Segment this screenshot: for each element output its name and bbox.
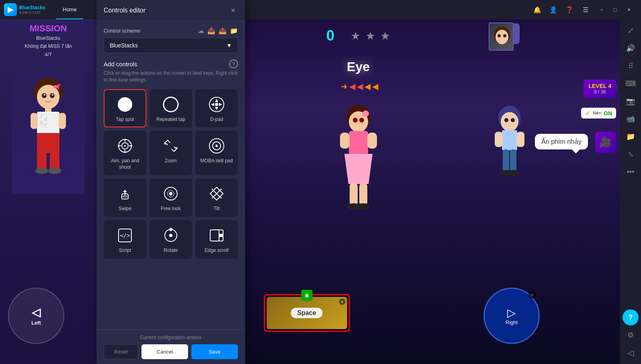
space-button-inner: ▣ × Space (266, 297, 347, 329)
scheme-label: Control scheme ☁ 📥 📤 📁 (104, 27, 238, 35)
dpad-label: D-pad (210, 117, 223, 123)
edge-scroll-label: Edge scroll (205, 247, 228, 254)
star-2: ★ (365, 29, 375, 43)
level-display: LEVEL 4 9 / 38 (584, 80, 616, 98)
control-rotate[interactable]: Rotate (149, 220, 192, 259)
scheme-icons: ☁ 📥 📤 📁 (198, 27, 238, 35)
save-button[interactable]: Save (191, 344, 238, 359)
star-3: ★ (380, 29, 390, 43)
space-button-container[interactable]: ▣ × Space (264, 294, 350, 332)
svg-point-46 (508, 170, 519, 176)
right-sidebar: ⤢ 🔊 ⠿ ⌨ 📷 📹 📁 ⤡ ••• ? ⚙ ◁ (620, 19, 641, 364)
control-moba[interactable]: MOBA skill pad (195, 131, 238, 175)
joystick-left[interactable]: ◁ Left (8, 288, 64, 344)
svg-point-57 (124, 145, 126, 147)
footer-buttons: Reset Cancel Save (104, 344, 238, 359)
space-indicator: ▣ (301, 290, 312, 301)
space-close-icon[interactable]: × (339, 299, 345, 305)
tab-home[interactable]: Home (56, 0, 83, 19)
svg-point-1 (37, 85, 59, 109)
notification-icon[interactable]: 🔔 (532, 4, 543, 15)
svg-point-3 (50, 93, 55, 98)
dialog-title: Controls editor (104, 7, 145, 14)
right-character (479, 100, 540, 222)
svg-rect-42 (516, 132, 524, 147)
control-repeated-tap[interactable]: Repeated tap (149, 89, 192, 128)
svg-point-74 (170, 228, 172, 231)
joystick-right-close[interactable]: × (528, 291, 537, 299)
edge-scroll-icon (208, 227, 225, 244)
reset-button[interactable]: Reset (104, 344, 138, 359)
level-label: LEVEL 4 (588, 83, 611, 89)
add-controls-header: Add controls ? (104, 59, 238, 68)
add-controls-desc: Click or drag the actions on the screen … (104, 70, 238, 84)
tilt-icon (208, 185, 225, 202)
svg-rect-41 (495, 132, 503, 147)
sidebar-folder-icon[interactable]: 📁 (623, 129, 639, 145)
minimize-button[interactable]: − (596, 4, 607, 15)
dialog-body: Control scheme ☁ 📥 📤 📁 BlueStacks ▼ Add … (96, 21, 245, 329)
sidebar-dots-grid-icon[interactable]: ⠿ (623, 58, 639, 74)
score-display: 0 (326, 27, 334, 44)
sidebar-volume-icon[interactable]: 🔊 (623, 40, 639, 56)
scheme-import-icon[interactable]: 📥 (207, 27, 215, 35)
script-label: Script (119, 247, 131, 254)
sidebar-help-button[interactable]: ? (623, 309, 639, 325)
scheme-dropdown[interactable]: BlueStacks ▼ (104, 38, 238, 53)
camera-badge[interactable]: 🎥 (595, 132, 616, 153)
svg-point-21 (496, 30, 508, 44)
control-dpad[interactable]: D-pad (195, 89, 238, 128)
bg-on-badge[interactable]: ✓ Nền ON (581, 108, 616, 119)
control-edge-scroll[interactable]: Edge scroll (195, 220, 238, 259)
svg-point-64 (215, 145, 218, 147)
dialog-header: Controls editor × (96, 0, 245, 21)
svg-point-73 (169, 234, 172, 237)
control-zoom[interactable]: Zoom (149, 131, 192, 175)
scheme-cloud-icon[interactable]: ☁ (198, 27, 204, 35)
svg-point-47 (118, 97, 132, 112)
aim-icon (116, 137, 134, 155)
svg-text:J: J (40, 114, 42, 119)
control-aim-pan-shoot[interactable]: Aim, pan and shoot (104, 131, 146, 175)
close-button[interactable]: × (623, 4, 635, 15)
control-tilt[interactable]: Tilt (195, 178, 238, 217)
add-controls-help-icon[interactable]: ? (229, 59, 238, 68)
svg-rect-43 (503, 149, 509, 172)
help-icon[interactable]: ❓ (564, 4, 575, 15)
speech-bubble: Ấn phím nhảy (535, 134, 588, 149)
bg-label: Nền (593, 110, 601, 116)
svg-point-5 (52, 94, 53, 96)
svg-point-2 (42, 93, 47, 98)
scheme-folder-icon[interactable]: 📁 (230, 27, 238, 35)
sidebar-more-icon[interactable]: ••• (623, 164, 639, 180)
dialog-close-button[interactable]: × (228, 6, 238, 15)
space-button-area: ▣ × Space (264, 294, 350, 332)
level-progress: 9 / 38 (588, 89, 611, 95)
add-controls-section: Add controls ? Click or drag the actions… (104, 59, 238, 259)
sidebar-keyboard-icon[interactable]: ⌨ (623, 76, 639, 92)
sidebar-back-icon[interactable]: ◁ (623, 345, 639, 361)
sidebar-expand-icon[interactable]: ⤢ (623, 22, 639, 39)
tap-spot-label: Tap spot (116, 117, 134, 123)
sidebar-camera-icon[interactable]: 📷 (623, 93, 639, 109)
character-display: J U S T (12, 57, 84, 194)
account-icon[interactable]: 👤 (548, 4, 559, 15)
sidebar-video-icon[interactable]: 📹 (623, 111, 639, 127)
cancel-button[interactable]: Cancel (141, 344, 188, 359)
joystick-right[interactable]: ▷ Right × (483, 288, 540, 344)
svg-rect-44 (510, 149, 516, 172)
control-swipe[interactable]: Swipe (104, 178, 146, 217)
control-free-look[interactable]: Free look (149, 178, 192, 217)
svg-rect-30 (340, 133, 350, 149)
check-icon: ✓ (585, 109, 590, 117)
maximize-button[interactable]: □ (610, 4, 621, 15)
menu-icon[interactable]: ☰ (580, 4, 591, 15)
control-script[interactable]: </> Script (104, 220, 146, 259)
control-tap-spot[interactable]: Tap spot (104, 89, 146, 128)
player-name: Eye (347, 59, 370, 74)
sidebar-shrink-icon[interactable]: ⤡ (623, 146, 639, 162)
scheme-export-icon[interactable]: 📤 (219, 27, 227, 35)
svg-text:T: T (44, 124, 47, 128)
sidebar-settings-icon[interactable]: ⚙ (623, 327, 639, 343)
controls-dialog: Controls editor × Control scheme ☁ 📥 📤 📁… (96, 0, 245, 364)
